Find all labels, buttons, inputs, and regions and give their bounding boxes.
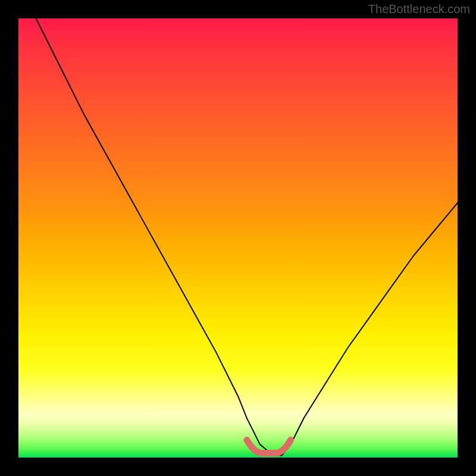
bottleneck-chart	[18, 18, 458, 458]
watermark-text: TheBottleneck.com	[368, 2, 470, 16]
bottleneck-curve-path	[36, 18, 458, 455]
optimal-marker-path	[247, 440, 291, 453]
plot-area	[18, 18, 458, 458]
